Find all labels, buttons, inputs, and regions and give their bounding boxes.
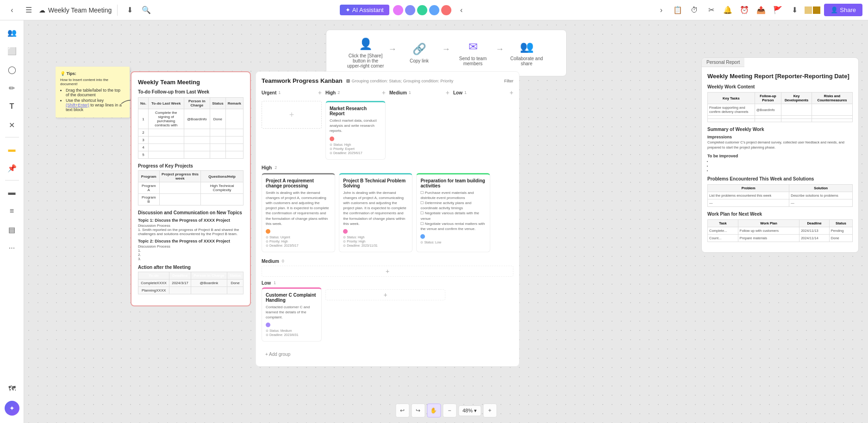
tool-icon-3[interactable] bbox=[417, 5, 427, 15]
color-swatch[interactable] bbox=[805, 6, 820, 14]
nav-right-btn-7[interactable]: 📤 bbox=[755, 4, 768, 17]
medium-add[interactable]: + bbox=[262, 266, 513, 277]
card-dot bbox=[343, 229, 348, 234]
kanban-title: Teamwork Progress Kanban bbox=[262, 77, 343, 84]
download-button[interactable]: ⬇ bbox=[123, 4, 136, 17]
sidebar-icon-map[interactable]: 🗺 bbox=[4, 380, 20, 397]
card-dot bbox=[420, 234, 425, 239]
kanban-add-low[interactable]: + bbox=[510, 89, 513, 96]
col-status: Status bbox=[210, 98, 225, 109]
flow-step-3: ✉ Send to team members bbox=[452, 40, 494, 66]
sidebar-icon-line[interactable]: ▬ bbox=[4, 184, 20, 201]
sidebar-icon-pin[interactable]: 📌 bbox=[4, 160, 20, 176]
nav-right-btn-2[interactable]: 📋 bbox=[671, 4, 684, 17]
kanban-columns-header: Urgent 1 + + High 2 + bbox=[262, 89, 513, 162]
table-row: 2 bbox=[138, 129, 244, 137]
nav-right-btn-4[interactable]: ✂ bbox=[705, 4, 718, 17]
report-title: Weekly Meeting Report [Reporter-Reportin… bbox=[707, 73, 853, 80]
canvas-area[interactable]: 👤 Click the [Share] button in the upper-… bbox=[24, 20, 868, 423]
sidebar-icon-rectangle[interactable]: ⬜ bbox=[4, 43, 20, 59]
add-urgent-icon[interactable]: + bbox=[289, 110, 294, 120]
col-no: No. bbox=[138, 98, 149, 109]
problems-title: Problems Encountered This Week and Solut… bbox=[707, 176, 853, 181]
search-button[interactable]: 🔍 bbox=[140, 4, 153, 17]
flow-step-2: 🔗 Copy link bbox=[399, 43, 440, 63]
redo-button[interactable]: ↪ bbox=[411, 404, 425, 417]
tool-icon-4[interactable] bbox=[429, 5, 439, 15]
improve-section: To be Improved bbox=[707, 154, 853, 173]
table-row: Program B bbox=[138, 194, 244, 205]
table-row: Count... Prepare materials 2024/11/14 Do… bbox=[708, 235, 853, 242]
nav-right-btn-9[interactable]: ⬇ bbox=[788, 4, 801, 17]
sidebar-icon-list[interactable]: ≡ bbox=[4, 203, 20, 219]
kanban-add-medium[interactable]: + bbox=[446, 89, 450, 96]
kanban-add-high[interactable]: + bbox=[382, 89, 386, 96]
kanban-meta-icon bbox=[346, 79, 350, 83]
share-button[interactable]: 👤 Share bbox=[824, 4, 862, 16]
sidebar-icon-table[interactable]: ▤ bbox=[4, 221, 20, 238]
summary-title: Summary of Weekly Work bbox=[707, 127, 853, 132]
personal-report: Personal Report Weekly Meeting Report [R… bbox=[701, 57, 859, 253]
high-section-label: High 2 bbox=[262, 165, 513, 170]
meeting-doc-followup-table: No. To-do Last Week Person in Charge Sta… bbox=[138, 97, 244, 159]
flow-step-1-icon: 👤 bbox=[359, 37, 373, 50]
add-group-button[interactable]: + Add group bbox=[262, 348, 513, 361]
weekly-work-table: Key Tasks Follow-up Person Key Developme… bbox=[707, 92, 853, 122]
kanban-header: Teamwork Progress Kanban Grouping condit… bbox=[262, 77, 513, 84]
sidebar-icon-circle[interactable]: ◯ bbox=[4, 61, 20, 78]
back-button[interactable]: ‹ bbox=[6, 4, 19, 17]
menu-button[interactable]: ☰ bbox=[22, 4, 35, 17]
topic1-title: Topic 1: Discuss the Progress of XXXX Pr… bbox=[138, 218, 244, 223]
sticky-note-item-1: Drag the table/label to the top of the d… bbox=[66, 88, 125, 97]
undo-button[interactable]: ↩ bbox=[395, 404, 409, 417]
table-row: Complete... Follow up with customers 202… bbox=[708, 227, 853, 235]
kanban-col-low-header: Low 1 + bbox=[453, 89, 513, 162]
sidebar-icon-more[interactable]: ··· bbox=[4, 240, 20, 256]
zoom-in-button[interactable]: + bbox=[483, 404, 497, 417]
col-todo: To-do Last Week bbox=[148, 98, 184, 109]
tool-icon-5[interactable] bbox=[441, 5, 451, 15]
nav-right-btn-8[interactable]: 🚩 bbox=[771, 4, 784, 17]
discussion-title: Discussion and Communication on New Topi… bbox=[138, 210, 244, 215]
projects-table: Program Project progress this week Quest… bbox=[138, 170, 244, 205]
nav-right-section: › 📋 ⏱ ✂ 🔔 ⏰ 📤 🚩 ⬇ 👤 Share bbox=[655, 4, 862, 17]
sidebar-icon-users[interactable]: 👥 bbox=[4, 24, 20, 41]
zoom-level-display[interactable]: 48% ▾ bbox=[458, 405, 481, 416]
kanban-add-urgent[interactable]: + bbox=[318, 89, 322, 96]
table-row bbox=[708, 119, 853, 122]
nav-right-btn-6[interactable]: ⏰ bbox=[738, 4, 751, 17]
kanban-filter-button[interactable]: Filter bbox=[504, 79, 513, 83]
sidebar-icon-pen[interactable]: ✏ bbox=[4, 80, 20, 96]
user-avatar[interactable]: ✦ bbox=[5, 401, 19, 416]
low-section-label: Low 1 bbox=[262, 280, 513, 286]
sidebar-bottom: 🗺 ✦ bbox=[4, 380, 20, 419]
flow-step-3-icon: ✉ bbox=[468, 40, 478, 53]
ai-icon: ✦ bbox=[345, 6, 350, 13]
sidebar-icon-text[interactable]: T bbox=[4, 98, 20, 115]
ai-assistant-button[interactable]: ✦ AI Assistant bbox=[340, 5, 389, 15]
zoom-out-button[interactable]: − bbox=[443, 404, 456, 417]
impressions-label: Impressions bbox=[707, 135, 853, 139]
kanban-card-project-a: Project A requirement change processing … bbox=[262, 173, 335, 252]
nav-right-btn-1[interactable]: › bbox=[655, 4, 668, 17]
table-row: PlanningXXXX bbox=[138, 287, 244, 294]
hand-tool-button[interactable]: ✋ bbox=[427, 404, 441, 417]
flow-step-4-text: Collaborate and share bbox=[508, 56, 545, 66]
kanban-card-project-b: Project B Technical Problem Solving John… bbox=[339, 173, 412, 252]
nav-right-btn-5[interactable]: 🔔 bbox=[721, 4, 734, 17]
tool-icon-1[interactable] bbox=[393, 5, 403, 15]
action-title: Action after the Meeting bbox=[138, 265, 244, 270]
sidebar-icon-cross[interactable]: ✕ bbox=[4, 117, 20, 133]
collapse-tools-button[interactable]: ‹ bbox=[455, 4, 468, 17]
nav-right-btn-3[interactable]: ⏱ bbox=[688, 4, 701, 17]
left-sidebar: 👥 ⬜ ◯ ✏ T ✕ ▬ 📌 ▬ ≡ ▤ ··· 🗺 ✦ bbox=[0, 20, 24, 423]
kanban-card-customer-c: Customer C Complaint Handling Contacted … bbox=[262, 287, 322, 342]
sidebar-icon-sticky[interactable]: ▬ bbox=[4, 141, 20, 158]
low-add[interactable]: + bbox=[325, 289, 445, 300]
tool-icon-2[interactable] bbox=[405, 5, 415, 15]
topic1-text: Discussion Process1. Smith reported on t… bbox=[138, 224, 244, 236]
shortcut-link[interactable]: (Shift+Enter) bbox=[66, 103, 89, 107]
table-row: List the problems encountered this week … bbox=[708, 192, 853, 199]
flow-step-2-icon: 🔗 bbox=[412, 43, 426, 56]
card-dot bbox=[330, 137, 334, 141]
